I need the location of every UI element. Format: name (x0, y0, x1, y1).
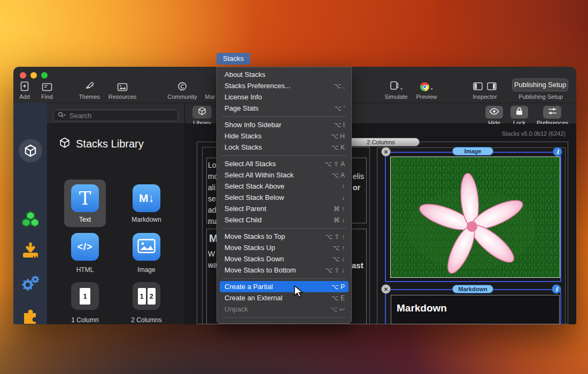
sidebar-item-library[interactable] (13, 139, 47, 162)
close-window-button[interactable] (20, 72, 26, 79)
menu-divider (217, 153, 351, 158)
markdown-glyph: M↓ (139, 192, 154, 205)
simulate-device-icon (390, 81, 399, 91)
publishing-setup-button[interactable]: Publishing Setup (512, 79, 568, 91)
menu-item-stacks-preferences[interactable]: Stacks Preferences...⌥ , (217, 80, 351, 91)
sidebar-item-settings[interactable] (13, 274, 47, 295)
toolbar-item-inspector[interactable]: Inspector (468, 80, 502, 100)
library-tile-image[interactable] (133, 233, 160, 261)
text-glyph: T (79, 188, 91, 209)
text-fragment: or (353, 183, 360, 192)
info-icon[interactable]: i (553, 147, 562, 157)
menu-item-select-parent[interactable]: Select Parent⌘ ↑ (217, 203, 351, 214)
image-stack-selection[interactable] (385, 152, 561, 282)
menu-item-license-info[interactable]: License Info (217, 91, 351, 103)
menu-item-about-stacks[interactable]: About Stacks (217, 69, 351, 80)
preferences-sliders-icon (548, 107, 557, 117)
tile-label-markdown: Markdown (120, 216, 173, 223)
lock-icon (516, 107, 523, 118)
markdown-stack-selection[interactable] (385, 289, 561, 324)
html-glyph: </> (77, 241, 92, 253)
menu-item-page-stats[interactable]: Page Stats⌥ ' (217, 103, 351, 114)
text-fragment: Lo (208, 161, 216, 169)
toolbar-item-preview[interactable]: ▾ Preview (409, 80, 444, 100)
sidebar-item-stacks[interactable] (13, 209, 47, 232)
search-icon (58, 111, 66, 120)
menu-item-move-stacks-up[interactable]: Move Stacks Up⌥ ↑ (217, 242, 351, 253)
toolbar-item-themes[interactable]: Themes (72, 80, 106, 100)
inspector-right-panel-icon (487, 82, 497, 91)
menu-item-create-a-partial[interactable]: Create a Partial⌥ P (220, 281, 349, 292)
tile-label-html: HTML (58, 266, 112, 274)
download-tray-icon (21, 243, 40, 263)
markdown-stack-pill[interactable]: Markdown (452, 285, 493, 293)
themes-brush-icon (72, 80, 106, 91)
text-fragment: elis (353, 172, 364, 181)
library-tile-1column[interactable]: 1 (71, 282, 99, 310)
menu-item-select-stack-above[interactable]: Select Stack Above↑ (217, 181, 351, 192)
close-icon[interactable]: ✕ (381, 284, 391, 294)
library-header: Stacks Library (59, 137, 144, 151)
menu-item-create-an-external[interactable]: Create an External⌥ E (217, 292, 351, 303)
library-tile-2columns[interactable]: 1 2 (133, 282, 160, 310)
search-field[interactable] (53, 110, 179, 121)
stacks-library-cube-icon (59, 137, 71, 151)
markdown-fragment: ast (352, 261, 363, 270)
info-icon[interactable]: i (552, 284, 561, 294)
column-1-badge: 1 (138, 288, 146, 305)
sidebar-item-install[interactable] (13, 243, 47, 263)
menu-item-move-stacks-to-top[interactable]: Move Stacks to Top⌥ ⇧ ↑ (217, 231, 351, 242)
menu-divider (217, 225, 351, 231)
chevron-down-icon: ▾ (400, 87, 403, 91)
menu-item-select-child[interactable]: Select Child⌘ ↓ (217, 214, 351, 225)
menu-item-lock-stacks[interactable]: Lock Stacks⌥ K (217, 142, 351, 153)
desktop-wallpaper: Add Find Themes Resources Community Mar (0, 0, 588, 374)
chevron-down-icon: ▾ (430, 87, 432, 91)
menu-item-hide-stacks[interactable]: Hide Stacks⌥ H (217, 130, 351, 142)
stacks-version-label: Stacks v5.0.0b12 (6242) (502, 130, 566, 137)
text-fragment: ad (208, 206, 216, 214)
menu-item-show-info-sidebar[interactable]: Show Info Sidebar⌥ I (217, 119, 351, 130)
stacks-cube-icon (19, 139, 42, 162)
community-chat-icon (165, 80, 199, 91)
menu-item-select-all-stacks[interactable]: Select All Stacks⌥ ⇧ A (217, 158, 351, 169)
minimize-window-button[interactable] (30, 72, 37, 79)
gears-icon (20, 274, 41, 295)
library-tile-text[interactable]: T (71, 184, 99, 212)
toolbar-item-community[interactable]: Community (165, 80, 199, 100)
column-2-badge: 2 (148, 288, 156, 305)
image-glyph-icon (137, 239, 156, 255)
puzzle-piece-icon (21, 308, 40, 324)
sidebar-item-plugins[interactable] (13, 308, 47, 324)
library-cube-icon (197, 106, 207, 118)
library-panel: Stacks Library T Text M↓ Markdown </> HT… (47, 124, 184, 324)
find-icon (30, 80, 64, 91)
toolbar-item-find[interactable]: Find (30, 80, 64, 100)
two-columns-pill[interactable]: 2 Columns (342, 138, 420, 146)
menu-item-select-stack-below[interactable]: Select Stack Below↓ (217, 192, 351, 203)
menu-item-select-all-within-stack[interactable]: Select All Within Stack⌥ A (217, 169, 351, 181)
toolbar-item-simulate[interactable]: ▾ Simulate (379, 80, 413, 100)
toolbar-item-resources[interactable]: Resources (105, 80, 140, 100)
tile-label-image: Image (120, 266, 173, 274)
lock-button[interactable] (510, 106, 528, 119)
hide-button[interactable] (485, 106, 503, 119)
library-toggle-button[interactable] (192, 106, 212, 119)
markdown-fragment: W (208, 250, 215, 258)
menu-item-move-stacks-down[interactable]: Move Stacks Down⌥ ↓ (217, 253, 351, 264)
publishing-setup-caption: Publishing Setup (513, 94, 569, 100)
menubar-item-stacks[interactable]: Stacks (216, 53, 250, 65)
inspector-left-panel-icon (473, 82, 483, 91)
search-input[interactable] (68, 111, 165, 120)
preferences-button[interactable] (543, 106, 561, 119)
menu-item-unpack: Unpack⌥ ↩ (217, 303, 351, 315)
close-icon[interactable]: ✕ (381, 147, 391, 157)
left-sidebar (13, 103, 47, 324)
preview-chrome-icon (420, 82, 429, 91)
menu-item-move-stacks-to-bottom[interactable]: Move Stacks to Bottom⌥ ⇧ ↓ (217, 264, 351, 276)
library-tile-html[interactable]: </> (71, 233, 99, 261)
zoom-window-button[interactable] (41, 72, 48, 79)
library-tile-markdown[interactable]: M↓ (133, 184, 160, 212)
image-stack-pill[interactable]: Image (452, 147, 493, 155)
mouse-cursor (293, 285, 305, 300)
